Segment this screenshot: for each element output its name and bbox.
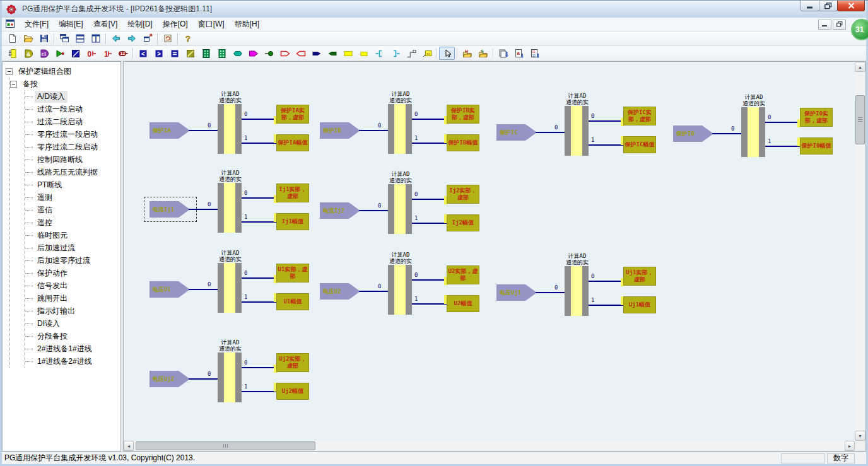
output-box-top[interactable]: Ij1实部，虚部 [276,183,309,202]
green-node-icon[interactable] [261,47,277,60]
input-tag[interactable]: 电压U1 [150,281,190,298]
matrix-block-2-icon[interactable] [214,47,230,60]
tree-item[interactable]: 1#进线备2#进线 [25,355,119,368]
import-stack-icon[interactable] [495,47,511,60]
equal-icon[interactable] [167,47,182,60]
output-box-top[interactable]: 保护IB实部，虚部 [447,105,479,124]
minimize-button[interactable] [801,1,819,11]
ad-function-block[interactable] [388,104,412,154]
back-icon[interactable] [108,32,124,45]
ad-function-block[interactable] [565,106,589,156]
or-gate-icon[interactable]: ≥1 [36,47,52,60]
vertical-scrollbar[interactable]: ▲ ▼ [855,62,865,441]
tree-item[interactable]: DI读入 [25,317,119,330]
tree-item[interactable]: 过流二段启动 [25,115,119,128]
input-tag[interactable]: 保护IC [496,124,537,141]
save-file-icon[interactable] [36,32,52,45]
tree-item[interactable]: 保护逻辑组合图 [6,65,119,78]
output-box-top[interactable]: U1实部，虚部 [276,264,309,283]
tree-item[interactable]: 过流一段启动 [25,103,119,115]
not-gate-icon[interactable] [52,47,67,60]
menu-window[interactable]: 窗口[W] [193,17,230,32]
drawing-area[interactable]: 计算AD通道的实保护IA001保护IA实部，虚部保护IA幅值计算AD通道的实保护… [124,62,855,441]
tree-item[interactable]: 保护动作 [25,267,119,279]
ad-function-block[interactable] [218,352,242,402]
tree-item[interactable]: 控制回路断线 [25,153,119,166]
close-button[interactable] [837,1,865,11]
yellow-box-icon[interactable] [340,47,356,60]
red-outline-arrow-right-icon[interactable] [277,47,293,60]
output-box-bottom[interactable]: U2幅值 [447,295,479,312]
tree-expand-box[interactable] [10,81,17,88]
text-label-icon[interactable]: xx [419,47,435,60]
tree-item[interactable]: 遥测 [25,191,119,204]
tree-item[interactable]: 遥信 [25,204,119,216]
output-box-top[interactable]: 保护IC实部，虚部 [623,107,656,125]
xor-block-icon[interactable] [67,47,83,60]
new-file-icon[interactable] [4,32,20,45]
scroll-up-button[interactable]: ▲ [855,62,865,72]
bracket-close-icon[interactable] [387,47,403,60]
ad-function-block[interactable] [741,107,765,157]
output-box-bottom[interactable]: 保护IC幅值 [623,136,656,153]
output-box-bottom[interactable]: 保护IA幅值 [276,134,309,151]
and-gate-icon[interactable]: & [20,47,36,60]
menu-help[interactable]: 帮助[H] [230,17,264,32]
tree-item[interactable]: 信号发出 [25,279,119,292]
history-icon[interactable] [160,32,175,45]
ad-function-block[interactable] [218,104,242,154]
doc-a-export-icon[interactable]: a [511,47,527,60]
teal-node-icon[interactable] [230,47,245,60]
folder-s-icon[interactable]: S [475,47,491,60]
bracket-open-icon[interactable] [372,47,387,60]
output-box-bottom[interactable]: 保护IB幅值 [447,134,479,151]
const-zero-icon[interactable]: 0 [83,47,99,60]
doc-num-export-icon[interactable]: 0110 [527,47,542,60]
red-outline-arrow-left-icon[interactable] [293,47,308,60]
overlay-badge[interactable]: 31 [851,19,868,40]
ad-function-block[interactable] [218,263,242,313]
output-box-bottom[interactable]: Uj2幅值 [276,383,309,400]
input-tag[interactable]: 保护IA [150,122,190,139]
ad-function-block[interactable] [388,265,412,315]
const-one-icon[interactable]: 1 [99,47,115,60]
tree-item[interactable]: 备投 [10,78,119,90]
output-box-top[interactable]: U2实部，虚部 [447,265,479,284]
tree-item[interactable]: 零序过流二段启动 [25,141,119,153]
horizontal-scroll-thumb[interactable] [136,441,315,450]
input-tag[interactable]: 保护I0 [673,125,713,142]
scroll-down-button[interactable]: ▼ [855,431,865,441]
tree-expand-box[interactable] [6,68,13,75]
output-box-bottom[interactable]: Ij2幅值 [447,214,479,231]
input-tag[interactable]: 保护IB [320,122,360,139]
menu-draw[interactable]: 绘制[D] [122,17,157,32]
open-file-icon[interactable] [20,32,36,45]
matrix-block-icon[interactable] [198,47,214,60]
scroll-right-button[interactable]: ► [845,441,855,451]
horizontal-scrollbar[interactable]: ◄ ► [124,441,855,451]
navy-arrow-right-icon[interactable] [308,47,324,60]
output-box-top[interactable]: 保护I0实部，虚部 [800,108,833,127]
tree-item[interactable]: 跳闸开出 [25,292,119,305]
menu-operate[interactable]: 操作[O] [158,17,193,32]
greater-than-icon[interactable]: > [151,47,167,60]
ad-block-icon[interactable] [4,47,20,60]
input-tag[interactable]: 电压Uj2 [150,371,190,387]
output-box-bottom[interactable]: U1幅值 [276,293,309,310]
restore-window-icon[interactable] [139,32,155,45]
output-box-bottom[interactable]: Uj1幅值 [623,296,656,313]
polyline-icon[interactable] [403,47,419,60]
timer-12-icon[interactable]: 12 [115,47,131,60]
input-tag[interactable]: 电流Ij2 [320,202,360,219]
tree-item[interactable]: 后加速过流 [25,242,119,254]
forward-icon[interactable] [124,32,139,45]
restore-button[interactable] [819,1,838,11]
tree-item[interactable]: 指示灯输出 [25,305,119,317]
cascade-windows-icon[interactable] [56,32,72,45]
ad-function-block[interactable] [565,266,589,316]
output-box-bottom[interactable]: Ij1幅值 [276,213,309,230]
output-box-top[interactable]: 保护IA实部，虚部 [276,105,309,124]
green-arrow-left-icon[interactable] [324,47,340,60]
input-tag[interactable]: 电压U2 [320,283,360,300]
child-restore-button[interactable] [833,20,846,30]
